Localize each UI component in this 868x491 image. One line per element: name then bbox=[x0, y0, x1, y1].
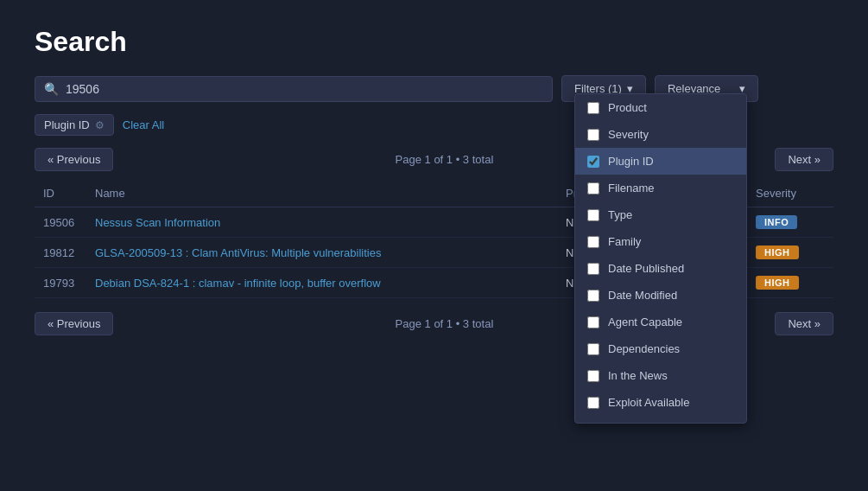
filters-dropdown: ProductSeverityPlugin IDFilenameTypeFami… bbox=[574, 93, 747, 424]
dropdown-item-label: Severity bbox=[608, 128, 649, 141]
dropdown-item-cve[interactable]: CVE bbox=[575, 416, 746, 423]
col-name: Name bbox=[86, 180, 557, 207]
dropdown-checkbox-filename[interactable] bbox=[587, 182, 599, 194]
cell-severity: HIGH bbox=[747, 238, 833, 268]
dropdown-checkbox-plugin-id[interactable] bbox=[587, 156, 599, 168]
previous-button-top[interactable]: « Previous bbox=[35, 148, 113, 171]
pagination-info-top: Page 1 of 1 • 3 total bbox=[396, 153, 494, 166]
dropdown-checkbox-product[interactable] bbox=[587, 102, 599, 114]
cell-id: 19793 bbox=[35, 268, 86, 298]
dropdown-checkbox-severity[interactable] bbox=[587, 129, 599, 141]
search-icon: 🔍 bbox=[44, 82, 59, 96]
dropdown-item-label: Date Modified bbox=[608, 289, 677, 302]
dropdown-item-date-modified[interactable]: Date Modified bbox=[575, 282, 746, 309]
dropdown-checkbox-date-modified[interactable] bbox=[587, 290, 599, 302]
dropdown-item-label: In the News bbox=[608, 369, 668, 382]
dropdown-item-family[interactable]: Family bbox=[575, 228, 746, 255]
dropdown-item-agent-capable[interactable]: Agent Capable bbox=[575, 309, 746, 335]
cell-severity: INFO bbox=[747, 207, 833, 238]
dropdown-item-type[interactable]: Type bbox=[575, 201, 746, 228]
dropdown-item-label: Agent Capable bbox=[608, 316, 682, 328]
dropdown-item-dependencies[interactable]: Dependencies bbox=[575, 335, 746, 362]
dropdown-checkbox-exploit-available[interactable] bbox=[587, 397, 599, 409]
severity-badge: HIGH bbox=[756, 246, 799, 259]
gear-icon: ⚙ bbox=[95, 119, 105, 131]
next-button-top[interactable]: Next » bbox=[775, 148, 833, 171]
cell-name: Nessus Scan Information bbox=[86, 207, 557, 238]
dropdown-item-label: Filename bbox=[608, 182, 654, 194]
dropdown-list: ProductSeverityPlugin IDFilenameTypeFami… bbox=[575, 94, 746, 423]
dropdown-checkbox-date-published[interactable] bbox=[587, 263, 599, 275]
cell-name: Debian DSA-824-1 : clamav - infinite loo… bbox=[86, 268, 557, 298]
dropdown-checkbox-agent-capable[interactable] bbox=[587, 316, 599, 328]
dropdown-item-in-the-news[interactable]: In the News bbox=[575, 362, 746, 389]
dropdown-item-label: Exploit Available bbox=[608, 396, 689, 409]
cell-id: 19506 bbox=[35, 207, 86, 238]
col-id: ID bbox=[35, 180, 86, 207]
search-input-wrapper: 🔍 bbox=[35, 76, 553, 102]
dropdown-item-label: Type bbox=[608, 208, 632, 221]
dropdown-checkbox-family[interactable] bbox=[587, 236, 599, 248]
page-title: Search bbox=[35, 26, 833, 58]
dropdown-item-filename[interactable]: Filename bbox=[575, 175, 746, 201]
cell-severity: HIGH bbox=[747, 268, 833, 298]
pagination-info-bottom: Page 1 of 1 • 3 total bbox=[396, 317, 494, 330]
severity-badge: HIGH bbox=[756, 276, 799, 290]
next-button-bottom[interactable]: Next » bbox=[775, 312, 833, 335]
dropdown-item-severity[interactable]: Severity bbox=[575, 121, 746, 148]
clear-all-link[interactable]: Clear All bbox=[123, 118, 164, 131]
cell-name: GLSA-200509-13 : Clam AntiVirus: Multipl… bbox=[86, 238, 557, 268]
cell-id: 19812 bbox=[35, 238, 86, 268]
search-input[interactable] bbox=[66, 82, 543, 96]
dropdown-item-label: Family bbox=[608, 235, 641, 248]
previous-button-bottom[interactable]: « Previous bbox=[35, 312, 113, 335]
dropdown-item-plugin-id[interactable]: Plugin ID bbox=[575, 148, 746, 175]
dropdown-checkbox-type[interactable] bbox=[587, 209, 599, 221]
dropdown-item-label: Dependencies bbox=[608, 342, 680, 355]
col-severity: Severity bbox=[747, 180, 833, 207]
dropdown-item-label: Date Published bbox=[608, 262, 684, 275]
plugin-id-filter-tag[interactable]: Plugin ID ⚙ bbox=[35, 114, 114, 136]
dropdown-item-date-published[interactable]: Date Published bbox=[575, 255, 746, 282]
dropdown-item-label: Product bbox=[608, 101, 647, 114]
dropdown-checkbox-in-the-news[interactable] bbox=[587, 370, 599, 382]
severity-badge: INFO bbox=[756, 215, 797, 229]
dropdown-item-label: Plugin ID bbox=[608, 155, 654, 168]
dropdown-checkbox-dependencies[interactable] bbox=[587, 343, 599, 355]
dropdown-item-exploit-available[interactable]: Exploit Available bbox=[575, 389, 746, 416]
dropdown-item-product[interactable]: Product bbox=[575, 94, 746, 121]
